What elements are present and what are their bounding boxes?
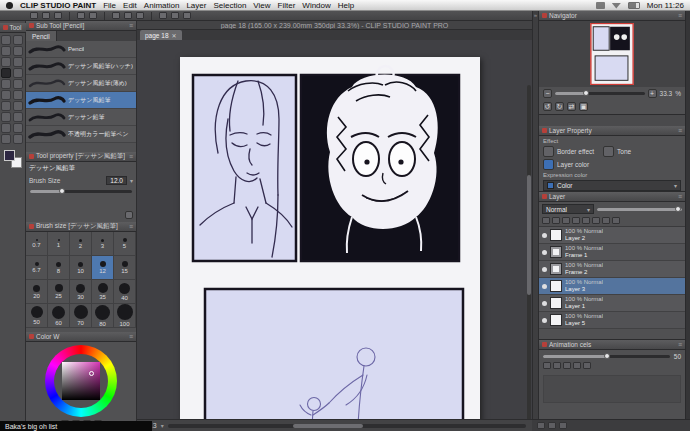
- material-panel-icon[interactable]: [548, 422, 556, 429]
- collapse-right-icon[interactable]: »: [534, 12, 537, 18]
- layer-row[interactable]: 100 % NormalLayer 2: [539, 227, 685, 244]
- sv-square[interactable]: [62, 362, 100, 400]
- save-icon[interactable]: [54, 12, 62, 19]
- layer-thumbnail[interactable]: [550, 229, 562, 241]
- layer-panel-header[interactable]: Layer ≡: [539, 192, 685, 202]
- zoom-tool-icon[interactable]: [1, 35, 11, 45]
- text-tool-icon[interactable]: [1, 123, 11, 133]
- color-picker-cursor[interactable]: [89, 371, 94, 376]
- animation-header[interactable]: Animation cels ≡: [539, 340, 685, 350]
- brush-size-cell[interactable]: 0.7: [26, 232, 48, 256]
- figure-tool-icon[interactable]: [1, 112, 11, 122]
- rotate-left-icon[interactable]: ↺: [543, 102, 552, 111]
- mask-icon[interactable]: [592, 217, 600, 224]
- gradient-tool-icon[interactable]: [13, 101, 23, 111]
- subtool-item-opaque-color-pencil[interactable]: 不透明カラー鉛筆ペン: [26, 126, 136, 143]
- menu-window[interactable]: Window: [302, 1, 330, 10]
- frame-layer-thumbnail[interactable]: [550, 263, 562, 275]
- brush-size-cell[interactable]: 5: [114, 232, 136, 256]
- layer-thumbnail[interactable]: [550, 314, 562, 326]
- brush-size-cell[interactable]: 50: [26, 304, 48, 328]
- tool-property-header[interactable]: Tool property [デッサン風鉛筆] ≡: [26, 152, 136, 162]
- layer-row[interactable]: 100 % NormalFrame 2: [539, 261, 685, 278]
- snap-icon[interactable]: [171, 12, 179, 19]
- layer-color-icon[interactable]: [543, 159, 554, 170]
- menu-help[interactable]: Help: [338, 1, 354, 10]
- new-cel-icon[interactable]: [543, 362, 551, 369]
- redo-icon[interactable]: [89, 12, 97, 19]
- onion-skin-icon[interactable]: [583, 362, 591, 369]
- canvas-vertical-scrollbar[interactable]: [527, 85, 531, 419]
- correct-line-tool-icon[interactable]: [1, 134, 11, 144]
- menu-view[interactable]: View: [253, 1, 270, 10]
- layer-visibility-icon[interactable]: [542, 301, 547, 306]
- menu-app-name[interactable]: CLIP STUDIO PAINT: [20, 1, 96, 10]
- history-panel-icon[interactable]: [559, 422, 567, 429]
- canvas-tab[interactable]: page 18 ✕: [140, 30, 182, 40]
- rotate-right-icon[interactable]: ↻: [555, 102, 564, 111]
- lock-transparent-icon[interactable]: [582, 217, 590, 224]
- delete-layer-icon[interactable]: [612, 217, 620, 224]
- brush-size-cell[interactable]: 60: [48, 304, 70, 328]
- canvas-horizontal-scrollbar[interactable]: [168, 424, 526, 428]
- color-wheel[interactable]: [45, 345, 117, 417]
- brush-size-cell[interactable]: 70: [70, 304, 92, 328]
- subtool-item-pencil[interactable]: Pencil: [26, 41, 136, 58]
- animation-menu-icon[interactable]: ≡: [678, 341, 682, 348]
- navigator-menu-icon[interactable]: ≡: [678, 12, 682, 19]
- brush-size-cell[interactable]: 2: [70, 232, 92, 256]
- wifi-icon[interactable]: [612, 2, 621, 9]
- lock-layer-icon[interactable]: [572, 217, 580, 224]
- canvas-viewport[interactable]: [137, 40, 532, 419]
- layer-panel-menu-icon[interactable]: ≡: [678, 193, 682, 200]
- subtool-item-dessin-pencil[interactable]: デッサン風鉛筆: [26, 92, 136, 109]
- grid-icon[interactable]: [159, 12, 167, 19]
- next-cel-icon[interactable]: [573, 362, 581, 369]
- brush-size-cell[interactable]: 10: [70, 256, 92, 280]
- menu-edit[interactable]: Edit: [123, 1, 137, 10]
- brush-size-cell[interactable]: 20: [26, 280, 48, 304]
- menu-clock[interactable]: Mon 11:26: [647, 1, 684, 10]
- ruler-icon[interactable]: [183, 12, 191, 19]
- selection-tool-icon[interactable]: [13, 46, 23, 56]
- layer-visibility-icon[interactable]: [542, 250, 547, 255]
- brush-size-header[interactable]: Brush size [デッサン風鉛筆] ≡: [26, 222, 136, 232]
- frame-border-tool-icon[interactable]: [13, 112, 23, 122]
- brush-size-value[interactable]: 12.0: [106, 176, 127, 185]
- pen-tool-icon[interactable]: [13, 57, 23, 67]
- layer-visibility-icon[interactable]: [542, 233, 547, 238]
- subtool-item-light-pencil[interactable]: デッサン風鉛筆(薄め): [26, 75, 136, 92]
- paste-icon[interactable]: [136, 12, 144, 19]
- fit-to-screen-icon[interactable]: ▣: [579, 102, 588, 111]
- tool-settings-icon[interactable]: [125, 211, 133, 219]
- flip-horizontal-icon[interactable]: ⇄: [567, 102, 576, 111]
- brush-size-cell[interactable]: 8: [48, 256, 70, 280]
- brush-size-cell[interactable]: 1: [48, 232, 70, 256]
- layer-row[interactable]: 100 % NormalLayer 1: [539, 295, 685, 312]
- foreground-color-swatch[interactable]: [4, 150, 15, 161]
- brush-size-cell[interactable]: 6.7: [26, 256, 48, 280]
- brush-size-menu-icon[interactable]: ≡: [129, 223, 133, 230]
- cut-icon[interactable]: [112, 12, 120, 19]
- animation-slider[interactable]: [543, 355, 670, 358]
- layer-visibility-icon[interactable]: [542, 284, 547, 289]
- subtool-panel-header[interactable]: Sub Tool [Pencil] ≡: [26, 21, 136, 31]
- brush-size-dropdown-icon[interactable]: ▾: [130, 177, 133, 184]
- layer-opacity-slider[interactable]: [597, 208, 682, 211]
- battery-icon[interactable]: [628, 2, 640, 9]
- layer-visibility-icon[interactable]: [542, 318, 547, 323]
- background-window-title[interactable]: Baka's big oh list: [0, 421, 152, 431]
- layer-visibility-icon[interactable]: [542, 267, 547, 272]
- layer-property-header[interactable]: Layer Property ≡: [539, 126, 685, 136]
- subtool-item-dessin-pencil2[interactable]: デッサン鉛筆: [26, 109, 136, 126]
- layer-row[interactable]: 100 % NormalLayer 5: [539, 312, 685, 329]
- navigator-header[interactable]: Navigator ≡: [539, 11, 685, 21]
- menu-layer[interactable]: Layer: [186, 1, 206, 10]
- layer-thumbnail[interactable]: [550, 280, 562, 292]
- clip-to-layer-icon[interactable]: [562, 217, 570, 224]
- navigator-zoom-value[interactable]: 33.3: [660, 90, 673, 97]
- brush-size-cell[interactable]: 100: [114, 304, 136, 328]
- brush-size-cell[interactable]: 80: [92, 304, 114, 328]
- tool-property-menu-icon[interactable]: ≡: [129, 153, 133, 160]
- copy-icon[interactable]: [124, 12, 132, 19]
